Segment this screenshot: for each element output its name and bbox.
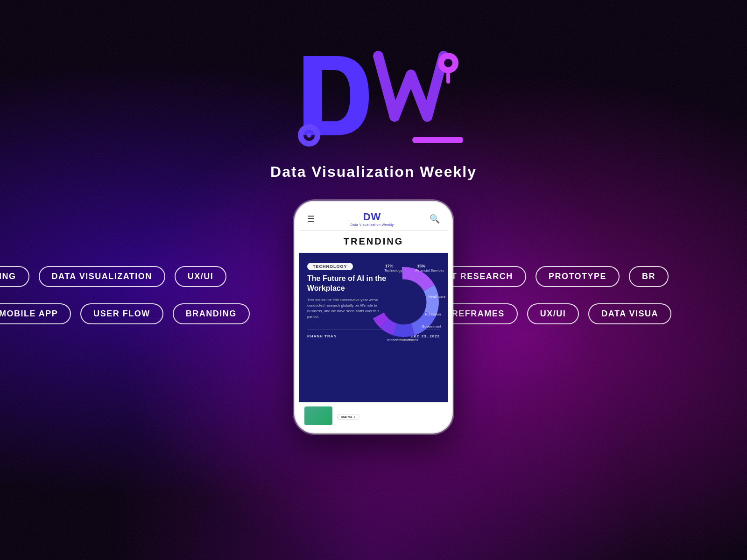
- tag-pill-ing[interactable]: ING: [0, 266, 29, 287]
- tag-pill-mobile-app[interactable]: MOBILE APP: [0, 303, 71, 324]
- chart-label-tech-percent: 17%: [385, 264, 394, 268]
- hamburger-icon[interactable]: ☰: [307, 214, 315, 224]
- trending-header: TRENDING: [299, 231, 448, 253]
- svg-point-3: [444, 59, 452, 67]
- small-card-badge: MARKET: [337, 414, 359, 420]
- tag-pill-uxui-2[interactable]: UX/UI: [527, 303, 579, 324]
- chart-label-fin-percent: 15%: [417, 264, 426, 268]
- donut-chart: 17% Technology 15% Financial Services He…: [359, 258, 448, 346]
- logo-subtitle: Data Visualization Weekly: [270, 163, 477, 181]
- phone-mockup: ☰ DW Data Visualization Weekly 🔍 TRENDIN…: [294, 201, 453, 434]
- donut-chart-area: 17% Technology 15% Financial Services He…: [359, 258, 448, 351]
- tag-pill-prototype[interactable]: PROTOTYPE: [536, 266, 620, 287]
- article-category-badge: TECHNOLOGY: [307, 263, 353, 270]
- phone-topbar: ☰ DW Data Visualization Weekly 🔍: [299, 205, 448, 231]
- article-card: 17% Technology 15% Financial Services He…: [299, 253, 448, 402]
- phone-inner: ☰ DW Data Visualization Weekly 🔍 TRENDIN…: [299, 205, 448, 429]
- tag-pill-branding[interactable]: BRANDING: [173, 303, 250, 324]
- logo-area: Data Visualization Weekly: [270, 28, 477, 181]
- small-card: MARKET: [299, 402, 448, 429]
- tag-pill-uxui[interactable]: UX/UI: [175, 266, 227, 287]
- search-icon[interactable]: 🔍: [430, 214, 440, 224]
- phone-outer: ☰ DW Data Visualization Weekly 🔍 TRENDIN…: [294, 201, 453, 434]
- phone-logo-sub: Data Visualization Weekly: [350, 223, 394, 226]
- small-card-thumbnail: [304, 406, 332, 425]
- chart-label-tech: Technology: [384, 268, 402, 273]
- chart-label-fin: Financial Services: [416, 268, 444, 273]
- tag-pill-br[interactable]: BR: [629, 266, 669, 287]
- dw-logo: [275, 28, 472, 159]
- tag-pill-user-flow[interactable]: USER FLOW: [80, 303, 163, 324]
- chart-label-edu: Education: [425, 312, 441, 316]
- article-author: KHANH TRAN: [307, 334, 337, 338]
- phone-logo-text: DW: [363, 211, 381, 223]
- svg-point-1: [307, 133, 311, 138]
- tag-pill-data-viz[interactable]: DATA VISUALIZATION: [39, 266, 165, 287]
- chart-label-telco-name: Telecommunications: [386, 338, 418, 342]
- phone-logo: DW Data Visualization Weekly: [350, 211, 394, 226]
- chart-label-health: Healthcare: [428, 294, 445, 299]
- tag-pill-data-visua[interactable]: DATA VISUA: [588, 303, 671, 324]
- chart-label-gov: Government: [422, 324, 442, 329]
